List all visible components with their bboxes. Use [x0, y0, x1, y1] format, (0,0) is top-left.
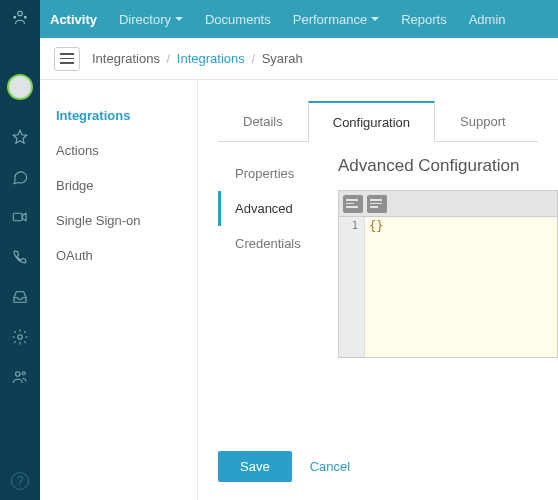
help-icon[interactable]: ?	[11, 472, 29, 490]
nav-label: Admin	[469, 12, 506, 27]
nav-label: Activity	[50, 12, 97, 27]
breadcrumb-bar: Integrations / Integrations / Syarah	[40, 38, 558, 80]
caret-down-icon	[371, 17, 379, 21]
tab-support[interactable]: Support	[435, 101, 531, 142]
sidebar-item-actions[interactable]: Actions	[40, 133, 197, 168]
svg-point-5	[18, 335, 23, 340]
left-rail: ?	[0, 0, 40, 500]
sidebar-item-bridge[interactable]: Bridge	[40, 168, 197, 203]
app-logo-icon[interactable]	[8, 6, 32, 30]
page: Integrations / Integrations / Syarah Int…	[40, 38, 558, 500]
nav-label: Directory	[119, 12, 171, 27]
svg-marker-3	[13, 130, 27, 143]
code-editor: 1 {}	[338, 190, 558, 358]
pane-title: Advanced Configuration	[338, 156, 558, 176]
breadcrumb-sep: /	[167, 51, 171, 66]
footer-actions: Save Cancel	[198, 437, 558, 500]
star-icon[interactable]	[11, 128, 29, 146]
svg-point-2	[24, 16, 26, 18]
subtab-advanced[interactable]: Advanced	[218, 191, 328, 226]
top-nav: Activity Directory Documents Performance…	[0, 0, 558, 38]
breadcrumb-root: Integrations	[92, 51, 160, 66]
main-content: Details Configuration Support Properties…	[198, 80, 558, 500]
nav-activity[interactable]: Activity	[50, 12, 97, 27]
code-area[interactable]: {}	[365, 217, 557, 357]
svg-rect-4	[13, 213, 22, 221]
users-icon[interactable]	[11, 368, 29, 386]
phone-icon[interactable]	[11, 248, 29, 266]
video-icon[interactable]	[11, 208, 29, 226]
editor-body: 1 {}	[339, 217, 557, 357]
editor-toolbar	[339, 191, 557, 217]
tab-configuration[interactable]: Configuration	[308, 101, 435, 142]
caret-down-icon	[175, 17, 183, 21]
config-pane: Advanced Configuration 1 {}	[328, 142, 558, 437]
sidebar-item-oauth[interactable]: OAuth	[40, 238, 197, 273]
nav-admin[interactable]: Admin	[469, 12, 506, 27]
tab-details[interactable]: Details	[218, 101, 308, 142]
nav-label: Documents	[205, 12, 271, 27]
tabs: Details Configuration Support	[218, 100, 538, 142]
breadcrumb-current: Syarah	[262, 51, 303, 66]
line-gutter: 1	[339, 217, 365, 357]
config-panel: Properties Advanced Credentials Advanced…	[218, 142, 558, 437]
nav-directory[interactable]: Directory	[119, 12, 183, 27]
nav-documents[interactable]: Documents	[205, 12, 271, 27]
align-left-icon[interactable]	[343, 195, 363, 213]
breadcrumb-sep: /	[251, 51, 255, 66]
svg-point-1	[14, 16, 16, 18]
nav-reports[interactable]: Reports	[401, 12, 447, 27]
svg-point-0	[18, 11, 23, 16]
breadcrumb-link[interactable]: Integrations	[177, 51, 245, 66]
chat-icon[interactable]	[11, 168, 29, 186]
sidebar-item-integrations[interactable]: Integrations	[40, 98, 197, 133]
settings-sidebar: Integrations Actions Bridge Single Sign-…	[40, 80, 198, 500]
sidebar-item-sso[interactable]: Single Sign-on	[40, 203, 197, 238]
save-button[interactable]: Save	[218, 451, 292, 482]
page-body: Integrations Actions Bridge Single Sign-…	[40, 80, 558, 500]
nav-label: Performance	[293, 12, 367, 27]
nav-label: Reports	[401, 12, 447, 27]
subtab-properties[interactable]: Properties	[218, 156, 328, 191]
breadcrumb: Integrations / Integrations / Syarah	[92, 51, 303, 66]
svg-point-6	[16, 372, 21, 377]
menu-toggle-button[interactable]	[54, 47, 80, 71]
svg-point-7	[22, 372, 25, 375]
gear-icon[interactable]	[11, 328, 29, 346]
nav-performance[interactable]: Performance	[293, 12, 379, 27]
subtab-credentials[interactable]: Credentials	[218, 226, 328, 261]
inbox-icon[interactable]	[11, 288, 29, 306]
config-subtabs: Properties Advanced Credentials	[218, 142, 328, 437]
align-justify-icon[interactable]	[367, 195, 387, 213]
cancel-button[interactable]: Cancel	[310, 459, 350, 474]
user-avatar[interactable]	[7, 74, 33, 100]
